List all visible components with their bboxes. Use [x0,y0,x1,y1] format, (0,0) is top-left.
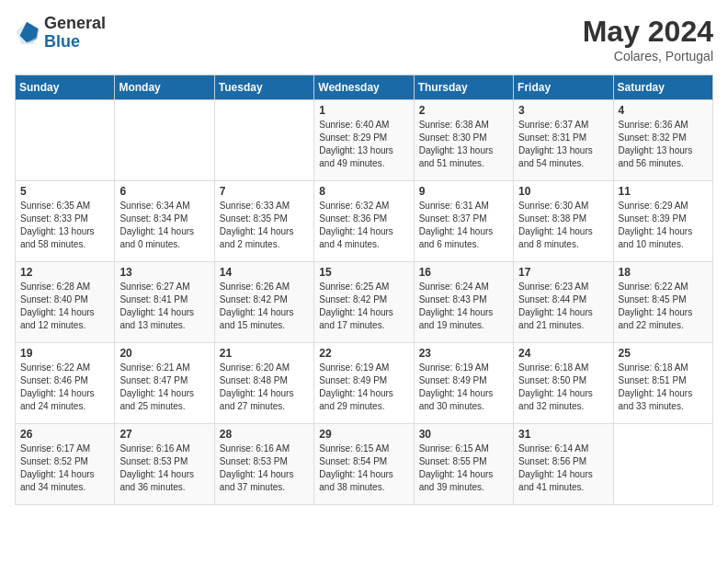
day-info: Sunrise: 6:22 AM Sunset: 8:46 PM Dayligh… [20,362,109,413]
calendar-cell: 10Sunrise: 6:30 AM Sunset: 8:38 PM Dayli… [514,181,613,262]
calendar-cell: 14Sunrise: 6:26 AM Sunset: 8:42 PM Dayli… [214,262,313,343]
day-header-sunday: Sunday [16,75,115,100]
day-number: 12 [20,266,109,279]
day-info: Sunrise: 6:31 AM Sunset: 8:37 PM Dayligh… [419,200,508,251]
day-number: 14 [220,266,309,279]
day-number: 28 [220,428,309,441]
day-number: 1 [319,104,408,117]
day-number: 10 [518,185,608,198]
calendar-table: SundayMondayTuesdayWednesdayThursdayFrid… [15,75,713,505]
day-number: 17 [518,266,608,279]
calendar-week-row: 1Sunrise: 6:40 AM Sunset: 8:29 PM Daylig… [16,100,713,181]
calendar-cell: 12Sunrise: 6:28 AM Sunset: 8:40 PM Dayli… [16,262,115,343]
day-info: Sunrise: 6:18 AM Sunset: 8:50 PM Dayligh… [518,362,608,413]
day-info: Sunrise: 6:14 AM Sunset: 8:56 PM Dayligh… [518,442,608,494]
day-number: 15 [319,266,408,279]
calendar-header-row: SundayMondayTuesdayWednesdayThursdayFrid… [16,75,713,100]
day-info: Sunrise: 6:40 AM Sunset: 8:29 PM Dayligh… [319,119,408,170]
day-number: 7 [220,185,309,198]
logo-icon [15,20,40,46]
day-info: Sunrise: 6:35 AM Sunset: 8:33 PM Dayligh… [20,200,109,251]
calendar-body: 1Sunrise: 6:40 AM Sunset: 8:29 PM Daylig… [16,100,713,505]
day-number: 13 [119,266,209,279]
day-info: Sunrise: 6:15 AM Sunset: 8:55 PM Dayligh… [419,442,508,494]
calendar-cell: 4Sunrise: 6:36 AM Sunset: 8:32 PM Daylig… [613,100,712,181]
day-info: Sunrise: 6:26 AM Sunset: 8:42 PM Dayligh… [220,281,309,332]
day-info: Sunrise: 6:32 AM Sunset: 8:36 PM Dayligh… [319,200,408,251]
calendar-cell: 30Sunrise: 6:15 AM Sunset: 8:55 PM Dayli… [414,424,513,505]
calendar-cell: 16Sunrise: 6:24 AM Sunset: 8:43 PM Dayli… [414,262,513,343]
calendar-cell [115,100,214,181]
calendar-week-row: 19Sunrise: 6:22 AM Sunset: 8:46 PM Dayli… [16,343,713,424]
day-header-friday: Friday [514,75,613,100]
calendar-week-row: 12Sunrise: 6:28 AM Sunset: 8:40 PM Dayli… [16,262,713,343]
day-number: 27 [119,428,209,441]
calendar-cell: 11Sunrise: 6:29 AM Sunset: 8:39 PM Dayli… [613,181,712,262]
day-number: 20 [119,347,209,360]
day-number: 9 [419,185,508,198]
calendar-cell: 13Sunrise: 6:27 AM Sunset: 8:41 PM Dayli… [115,262,214,343]
calendar-cell: 1Sunrise: 6:40 AM Sunset: 8:29 PM Daylig… [314,100,414,181]
calendar-cell: 5Sunrise: 6:35 AM Sunset: 8:33 PM Daylig… [16,181,115,262]
day-number: 21 [220,347,309,360]
day-number: 16 [419,266,508,279]
day-header-wednesday: Wednesday [314,75,414,100]
day-info: Sunrise: 6:34 AM Sunset: 8:34 PM Dayligh… [119,200,209,251]
day-info: Sunrise: 6:27 AM Sunset: 8:41 PM Dayligh… [119,281,209,332]
calendar-cell: 7Sunrise: 6:33 AM Sunset: 8:35 PM Daylig… [214,181,313,262]
day-number: 18 [619,266,708,279]
calendar-cell: 26Sunrise: 6:17 AM Sunset: 8:52 PM Dayli… [16,424,115,505]
calendar-cell: 3Sunrise: 6:37 AM Sunset: 8:31 PM Daylig… [514,100,613,181]
calendar-cell [613,424,712,505]
day-number: 25 [619,347,708,360]
page-header: General Blue May 2024 Colares, Portugal [15,15,713,63]
day-info: Sunrise: 6:38 AM Sunset: 8:30 PM Dayligh… [419,119,508,170]
calendar-cell: 29Sunrise: 6:15 AM Sunset: 8:54 PM Dayli… [314,424,414,505]
day-number: 4 [619,104,708,117]
day-info: Sunrise: 6:29 AM Sunset: 8:39 PM Dayligh… [619,200,708,251]
calendar-cell: 18Sunrise: 6:22 AM Sunset: 8:45 PM Dayli… [613,262,712,343]
calendar-cell: 25Sunrise: 6:18 AM Sunset: 8:51 PM Dayli… [613,343,712,424]
day-number: 26 [20,428,109,441]
logo-general-text: General [44,15,106,33]
day-info: Sunrise: 6:28 AM Sunset: 8:40 PM Dayligh… [20,281,109,332]
calendar-cell: 21Sunrise: 6:20 AM Sunset: 8:48 PM Dayli… [214,343,313,424]
day-number: 6 [119,185,209,198]
day-info: Sunrise: 6:23 AM Sunset: 8:44 PM Dayligh… [518,281,608,332]
day-number: 2 [419,104,508,117]
calendar-cell: 20Sunrise: 6:21 AM Sunset: 8:47 PM Dayli… [115,343,214,424]
calendar-week-row: 5Sunrise: 6:35 AM Sunset: 8:33 PM Daylig… [16,181,713,262]
calendar-cell: 22Sunrise: 6:19 AM Sunset: 8:49 PM Dayli… [314,343,414,424]
day-info: Sunrise: 6:20 AM Sunset: 8:48 PM Dayligh… [220,362,309,413]
month-title: May 2024 [583,15,713,49]
day-number: 8 [319,185,408,198]
title-block: May 2024 Colares, Portugal [583,15,713,63]
calendar-week-row: 26Sunrise: 6:17 AM Sunset: 8:52 PM Dayli… [16,424,713,505]
day-info: Sunrise: 6:25 AM Sunset: 8:42 PM Dayligh… [319,281,408,332]
calendar-cell: 15Sunrise: 6:25 AM Sunset: 8:42 PM Dayli… [314,262,414,343]
day-info: Sunrise: 6:24 AM Sunset: 8:43 PM Dayligh… [419,281,508,332]
day-info: Sunrise: 6:16 AM Sunset: 8:53 PM Dayligh… [220,442,309,494]
day-number: 23 [419,347,508,360]
day-header-thursday: Thursday [414,75,513,100]
day-info: Sunrise: 6:37 AM Sunset: 8:31 PM Dayligh… [518,119,608,170]
day-info: Sunrise: 6:17 AM Sunset: 8:52 PM Dayligh… [20,442,109,494]
day-header-monday: Monday [115,75,214,100]
day-info: Sunrise: 6:22 AM Sunset: 8:45 PM Dayligh… [619,281,708,332]
calendar-cell: 31Sunrise: 6:14 AM Sunset: 8:56 PM Dayli… [514,424,613,505]
day-info: Sunrise: 6:36 AM Sunset: 8:32 PM Dayligh… [619,119,708,170]
day-number: 30 [419,428,508,441]
day-number: 19 [20,347,109,360]
day-info: Sunrise: 6:21 AM Sunset: 8:47 PM Dayligh… [119,362,209,413]
day-info: Sunrise: 6:15 AM Sunset: 8:54 PM Dayligh… [319,442,408,494]
logo: General Blue [15,15,106,52]
day-number: 31 [518,428,608,441]
calendar-cell: 28Sunrise: 6:16 AM Sunset: 8:53 PM Dayli… [214,424,313,505]
day-number: 29 [319,428,408,441]
calendar-cell: 27Sunrise: 6:16 AM Sunset: 8:53 PM Dayli… [115,424,214,505]
day-number: 11 [619,185,708,198]
day-info: Sunrise: 6:19 AM Sunset: 8:49 PM Dayligh… [419,362,508,413]
calendar-cell [214,100,313,181]
day-header-saturday: Saturday [613,75,712,100]
day-header-tuesday: Tuesday [214,75,313,100]
